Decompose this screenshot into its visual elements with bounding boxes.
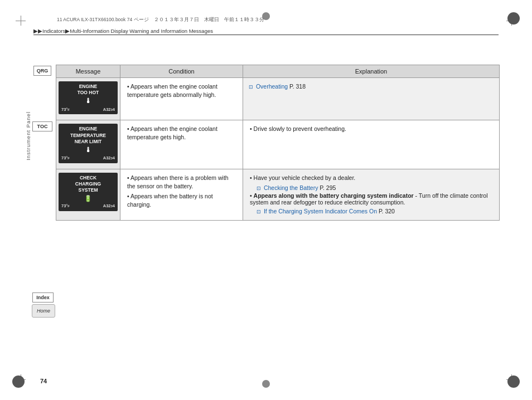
table-container: Message Condition Explanation ENGINE TOO… bbox=[56, 65, 500, 221]
sidebar-item-toc[interactable]: TOC bbox=[32, 121, 52, 131]
mid-line1-r2: ENGINE bbox=[60, 126, 116, 132]
page-ref-2: P. 295 bbox=[320, 184, 336, 191]
condition-cell-3: Appears when there is a problem with the… bbox=[120, 169, 243, 221]
col-header-message: Message bbox=[56, 65, 120, 78]
battery-icon: 🔋 bbox=[84, 194, 92, 202]
home-button[interactable]: Home bbox=[32, 304, 55, 318]
mid-temp-row-2: 73°F A3234 bbox=[60, 155, 116, 161]
col-header-condition: Condition bbox=[120, 65, 243, 78]
temp-value-3: 73°F bbox=[61, 203, 70, 209]
mid-temp-row-3: 73°F A3234 bbox=[60, 203, 116, 209]
bullet-check: Have your vehicle checked by a dealer. bbox=[249, 174, 355, 181]
crosshair-tl bbox=[16, 16, 26, 26]
breadcrumb: ▶▶Indicators▶Multi-Information Display W… bbox=[33, 28, 213, 34]
mid-line2-r3: CHARGING bbox=[60, 181, 116, 187]
book-icon-3: ⊡ bbox=[257, 209, 261, 214]
book-icon-2: ⊡ bbox=[257, 186, 261, 191]
engine-icon-row-2: 🌡 bbox=[60, 146, 116, 155]
mid-line3-r3: SYSTEM bbox=[60, 187, 116, 193]
header-rule bbox=[33, 35, 499, 35]
circle-decoration-br bbox=[507, 375, 520, 388]
page-number: 74 bbox=[40, 378, 47, 384]
message-cell-1: ENGINE TOO HOT 🌡 73°F A3234 bbox=[56, 78, 120, 120]
condition-bullet-3b: Appears when the battery is not charging… bbox=[126, 192, 237, 208]
temp-value: 73°F bbox=[61, 107, 70, 113]
charging-system-link-row: ⊡ If the Charging System Indicator Comes… bbox=[249, 208, 494, 214]
engine-temp-icon: 🌡 bbox=[85, 97, 91, 106]
engine-temp-icon-2: 🌡 bbox=[85, 146, 91, 155]
book-icon-1: ⊡ bbox=[249, 84, 253, 90]
circle-decoration-bm bbox=[262, 380, 270, 388]
sidebar-vertical-label: Instrument Panel bbox=[25, 111, 31, 160]
condition-bullet-1: Appears when the engine coolant temperat… bbox=[126, 82, 237, 99]
table-row: CHECK CHARGING SYSTEM 🔋 73°F A3234 bbox=[56, 169, 500, 221]
main-content: Message Condition Explanation ENGINE TOO… bbox=[56, 39, 500, 372]
explanation-bold-row: • Appears along with the battery chargin… bbox=[249, 192, 494, 206]
condition-bullet-2: Appears when the engine coolant temperat… bbox=[126, 125, 237, 141]
explanation-cell-1: ⊡ Overheating P. 318 bbox=[243, 78, 500, 120]
sidebar-item-index[interactable]: Index bbox=[32, 292, 54, 303]
page-ref-3: P. 320 bbox=[379, 208, 395, 214]
overheating-link[interactable]: Overheating bbox=[256, 83, 288, 90]
page-ref-1: P. 318 bbox=[289, 83, 306, 90]
explanation-drive-slowly: Drive slowly to prevent overheating. bbox=[249, 125, 494, 133]
explanation-cell-2: Drive slowly to prevent overheating. bbox=[243, 120, 500, 169]
explanation-cell-3: Have your vehicle checked by a dealer. ⊡… bbox=[243, 169, 500, 221]
bold-indicator-text: Appears along with the battery charging … bbox=[254, 192, 414, 199]
odometer-value-3: A3234 bbox=[103, 203, 115, 209]
message-cell-3: CHECK CHARGING SYSTEM 🔋 73°F A3234 bbox=[56, 169, 120, 221]
table-row: ENGINE TOO HOT 🌡 73°F A3234 Ap bbox=[56, 78, 500, 120]
mid-line1-r3: CHECK bbox=[60, 175, 116, 181]
mid-line3-r2: NEAR LIMIT bbox=[60, 139, 116, 145]
mid-display-3: CHECK CHARGING SYSTEM 🔋 73°F A3234 bbox=[59, 173, 118, 211]
charging-system-link[interactable]: If the Charging System Indicator Comes O… bbox=[264, 208, 377, 214]
sidebar-item-qrg[interactable]: QRG bbox=[33, 66, 51, 76]
condition-cell-2: Appears when the engine coolant temperat… bbox=[120, 120, 243, 169]
explanation-content-1: ⊡ Overheating P. 318 bbox=[249, 82, 494, 91]
checking-battery-link[interactable]: Checking the Battery bbox=[264, 184, 318, 191]
mid-temp-row-1: 73°F A3234 bbox=[60, 107, 116, 113]
circle-decoration-bl bbox=[12, 375, 25, 388]
japanese-header: 11 ACURA ILX-31TX66100.book 74 ページ ２０１３年… bbox=[57, 17, 264, 23]
bullet-symbol-2: • bbox=[250, 192, 254, 199]
mid-line2-r2: TEMPERATURE bbox=[60, 133, 116, 139]
condition-bullet-3a: Appears when there is a problem with the… bbox=[126, 174, 237, 190]
warning-messages-table: Message Condition Explanation ENGINE TOO… bbox=[56, 65, 500, 221]
mid-line2: TOO HOT bbox=[60, 90, 116, 96]
mid-line1: ENGINE bbox=[60, 84, 116, 90]
message-cell-2: ENGINE TEMPERATURE NEAR LIMIT 🌡 73°F A32… bbox=[56, 120, 120, 169]
mid-display-1: ENGINE TOO HOT 🌡 73°F A3234 bbox=[59, 81, 118, 114]
mid-display-2: ENGINE TEMPERATURE NEAR LIMIT 🌡 73°F A32… bbox=[59, 124, 118, 163]
checking-battery-link-row: ⊡ Checking the Battery P. 295 bbox=[249, 184, 494, 191]
odometer-value: A3234 bbox=[103, 107, 115, 113]
temp-value-2: 73°F bbox=[61, 155, 70, 161]
condition-cell-1: Appears when the engine coolant temperat… bbox=[120, 78, 243, 120]
circle-decoration-tr bbox=[507, 12, 520, 25]
battery-icon-row: 🔋 bbox=[60, 194, 116, 202]
explanation-check-dealer: Have your vehicle checked by a dealer. bbox=[249, 174, 494, 182]
engine-icon-row: 🌡 bbox=[60, 97, 116, 106]
table-row: ENGINE TEMPERATURE NEAR LIMIT 🌡 73°F A32… bbox=[56, 120, 500, 169]
odometer-value-2: A3234 bbox=[103, 155, 115, 161]
col-header-explanation: Explanation bbox=[243, 65, 500, 78]
